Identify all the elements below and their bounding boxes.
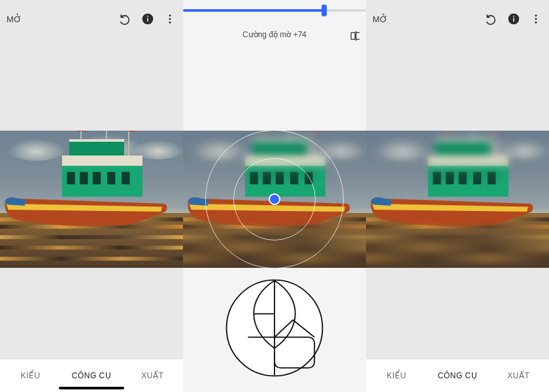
blur-strength-label: Cường độ mờ +74 <box>242 30 307 39</box>
more-vert-icon[interactable] <box>163 12 176 25</box>
svg-rect-10 <box>93 172 101 184</box>
open-label[interactable]: MỞ <box>7 14 22 24</box>
svg-rect-9 <box>80 172 88 184</box>
svg-rect-11 <box>107 172 115 184</box>
top-icons-right <box>485 12 542 25</box>
tab-tools[interactable]: CÔNG CỤ <box>427 371 488 380</box>
tab-export[interactable]: XUẤT <box>122 371 183 380</box>
open-label[interactable]: MỞ <box>373 14 388 24</box>
focus-center-handle[interactable] <box>269 193 280 205</box>
panel-middle: Cường độ mờ +74 <box>183 0 366 392</box>
bottom-tabs-left: KIỂU CÔNG CỤ XUẤT <box>0 359 183 392</box>
svg-point-5 <box>169 22 171 24</box>
home-indicator <box>59 387 124 389</box>
svg-rect-29 <box>428 155 508 166</box>
svg-rect-23 <box>513 18 514 22</box>
svg-rect-13 <box>351 33 355 40</box>
tab-styles[interactable]: KIỂU <box>366 371 427 380</box>
info-icon[interactable] <box>141 12 154 25</box>
svg-rect-1 <box>147 18 148 22</box>
compare-icon[interactable] <box>349 29 362 42</box>
tab-tools[interactable]: CÔNG CỤ <box>61 371 122 380</box>
tab-styles[interactable]: KIỂU <box>0 371 61 380</box>
undo-icon[interactable] <box>485 12 498 25</box>
undo-icon[interactable] <box>119 12 132 25</box>
topbar-left: MỞ <box>0 0 183 38</box>
svg-point-26 <box>535 18 537 20</box>
tab-export[interactable]: XUẤT <box>488 371 549 380</box>
info-icon[interactable] <box>507 12 520 25</box>
svg-point-4 <box>169 18 171 20</box>
snapseed-logo-icon <box>222 273 327 383</box>
photo-preview-focus[interactable] <box>183 131 366 268</box>
svg-rect-34 <box>488 172 495 184</box>
more-vert-icon[interactable] <box>529 12 542 25</box>
svg-rect-2 <box>147 16 148 17</box>
photo-preview[interactable] <box>0 131 183 268</box>
svg-point-3 <box>169 14 171 16</box>
svg-rect-30 <box>433 172 441 184</box>
svg-rect-8 <box>67 172 75 184</box>
bottom-tabs-right: KIỂU CÔNG CỤ XUẤT <box>366 359 549 392</box>
topbar-right: MỞ <box>366 0 549 38</box>
svg-rect-24 <box>513 16 514 17</box>
svg-rect-33 <box>473 172 481 184</box>
svg-point-25 <box>535 14 537 16</box>
svg-rect-32 <box>459 172 467 184</box>
svg-rect-12 <box>122 172 129 184</box>
svg-rect-7 <box>62 155 142 166</box>
svg-rect-31 <box>446 172 454 184</box>
top-icons-left <box>119 12 176 25</box>
panel-left: MỞ <box>0 0 183 392</box>
blur-slider[interactable] <box>183 9 366 14</box>
panel-right: MỞ <box>366 0 549 392</box>
svg-point-27 <box>535 22 537 24</box>
photo-preview[interactable] <box>366 131 549 268</box>
